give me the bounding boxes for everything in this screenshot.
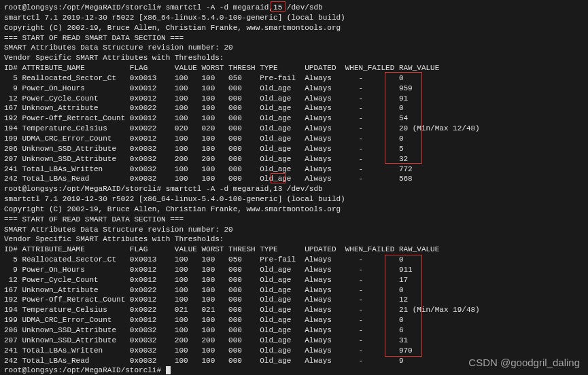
table-row: 241 Total_LBAs_Written 0x0032 100 100 00… (4, 164, 584, 175)
table-row: 207 Unknown_SSD_Attribute 0x0032 200 200… (4, 336, 584, 346)
table-row: 167 Unknown_Attribute 0x0022 100 100 000… (4, 285, 584, 296)
section-header: === START OF READ SMART DATA SECTION === (4, 215, 584, 225)
table-row: 199 UDMA_CRC_Error_Count 0x0012 100 100 … (4, 315, 584, 325)
copyright-line: Copyright (C) 2002-19, Bruce Allen, Chri… (4, 23, 584, 33)
table-row: 12 Power_Cycle_Count 0x0012 100 100 000 … (4, 275, 584, 285)
command-line: root@longsys:/opt/MegaRAID/storcli# smar… (4, 3, 584, 13)
table-row: 5 Reallocated_Sector_Ct 0x0013 100 100 0… (4, 73, 584, 84)
section-header: === START OF READ SMART DATA SECTION === (4, 33, 584, 43)
table-header: ID# ATTRIBUTE_NAME FLAG VALUE WORST THRE… (4, 63, 584, 73)
table-row: 206 Unknown_SSD_Attribute 0x0032 100 100… (4, 144, 584, 154)
table-row: 199 UDMA_CRC_Error_Count 0x0012 100 100 … (4, 134, 584, 144)
command-line: root@longsys:/opt/MegaRAID/storcli# smar… (4, 184, 584, 194)
table-row: 12 Power_Cycle_Count 0x0012 100 100 000 … (4, 94, 584, 104)
table-row: 207 Unknown_SSD_Attribute 0x0032 200 200… (4, 154, 584, 164)
table-row: 194 Temperature_Celsius 0x0022 021 021 0… (4, 305, 584, 315)
table-row: 242 Total_LBAs_Read 0x0032 100 100 000 O… (4, 174, 584, 184)
cursor (166, 366, 171, 374)
watermark: CSDN @goodgril_daling (468, 356, 580, 370)
table-row: 9 Power_On_Hours 0x0012 100 100 000 Old_… (4, 84, 584, 94)
table-row: 194 Temperature_Celsius 0x0022 020 020 0… (4, 124, 584, 134)
table-row: 241 Total_LBAs_Written 0x0032 100 100 00… (4, 346, 584, 356)
revision-line: SMART Attributes Data Structure revision… (4, 225, 584, 235)
vendor-line: Vendor Specific SMART Attributes with Th… (4, 234, 584, 245)
table-header: ID# ATTRIBUTE_NAME FLAG VALUE WORST THRE… (4, 245, 584, 255)
revision-line: SMART Attributes Data Structure revision… (4, 43, 584, 53)
version-line: smartctl 7.1 2019-12-30 r5022 [x86_64-li… (4, 194, 584, 204)
table-row: 5 Reallocated_Sector_Ct 0x0013 100 100 0… (4, 255, 584, 265)
table-row: 192 Power-Off_Retract_Count 0x0012 100 1… (4, 113, 584, 124)
table-row: 9 Power_On_Hours 0x0012 100 100 000 Old_… (4, 265, 584, 275)
table-row: 192 Power-Off_Retract_Count 0x0012 100 1… (4, 295, 584, 305)
terminal-output[interactable]: root@longsys:/opt/MegaRAID/storcli# smar… (4, 3, 584, 375)
table-row: 206 Unknown_SSD_Attribute 0x0032 100 100… (4, 325, 584, 336)
table-row: 167 Unknown_Attribute 0x0022 100 100 000… (4, 103, 584, 113)
vendor-line: Vendor Specific SMART Attributes with Th… (4, 53, 584, 63)
copyright-line: Copyright (C) 2002-19, Bruce Allen, Chri… (4, 204, 584, 215)
version-line: smartctl 7.1 2019-12-30 r5022 [x86_64-li… (4, 13, 584, 23)
